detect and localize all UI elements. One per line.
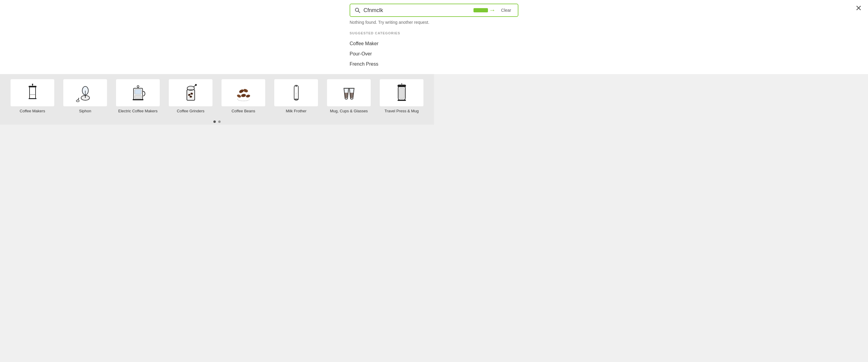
siphon-icon [75, 82, 96, 103]
category-card-coffee-grinders[interactable]: Coffee Grinders [164, 79, 217, 114]
beans-icon [233, 82, 254, 103]
category-card-coffee-beans[interactable]: Coffee Beans [217, 79, 270, 114]
search-box: → Clear [350, 4, 434, 17]
category-image-electric-coffee-makers [116, 79, 160, 106]
svg-rect-43 [295, 87, 298, 93]
category-label-siphon: Siphon [79, 109, 91, 114]
svg-rect-4 [30, 87, 36, 99]
svg-rect-21 [133, 99, 144, 100]
svg-point-27 [187, 86, 194, 90]
svg-rect-7 [32, 84, 33, 85]
category-card-mug-cups-glasses[interactable]: Mug, Cups & Glasses [322, 79, 375, 114]
pagination-dot-0[interactable] [213, 121, 216, 123]
travel-press-icon [391, 82, 412, 103]
category-card-milk-frother[interactable]: Milk Frother [270, 79, 322, 114]
pagination-dot-1[interactable] [218, 121, 221, 123]
nothing-found-message: Nothing found. Try writing another reque… [344, 17, 434, 27]
svg-rect-9 [29, 98, 36, 99]
svg-line-3 [358, 11, 360, 13]
category-image-coffee-makers [10, 79, 54, 106]
category-image-coffee-grinders [169, 79, 213, 106]
svg-point-14 [82, 87, 88, 95]
svg-point-29 [195, 84, 197, 86]
svg-point-39 [236, 94, 241, 98]
category-label-mug-cups-glasses: Mug, Cups & Glasses [330, 109, 368, 114]
svg-rect-8 [30, 94, 36, 95]
category-label-coffee-makers: Coffee Makers [20, 109, 45, 114]
svg-rect-20 [135, 96, 141, 98]
category-label-coffee-grinders: Coffee Grinders [177, 109, 205, 114]
category-image-mug-cups-glasses [327, 79, 371, 106]
svg-point-44 [296, 85, 297, 87]
svg-point-32 [190, 96, 192, 98]
categories-strip: Coffee Makers Siphon [0, 74, 434, 118]
grinder-icon [180, 82, 201, 103]
category-label-electric-coffee-makers: Electric Coffee Makers [118, 109, 158, 114]
svg-point-40 [246, 94, 250, 98]
category-label-travel-press-mug: Travel Press & Mug [384, 109, 419, 114]
category-label-coffee-beans: Coffee Beans [231, 109, 255, 114]
suggested-label: SUGGESTED CATEGORIES [350, 31, 434, 35]
search-overlay: → Clear Nothing found. Try writing anoth… [0, 0, 434, 74]
svg-rect-51 [398, 100, 406, 101]
svg-rect-25 [187, 90, 195, 100]
category-image-coffee-beans [221, 79, 265, 106]
svg-rect-5 [29, 86, 36, 87]
category-image-travel-press-mug [380, 79, 424, 106]
search-input[interactable] [364, 7, 434, 13]
category-label-milk-frother: Milk Frother [286, 109, 307, 114]
category-card-siphon[interactable]: Siphon [59, 79, 112, 114]
category-image-milk-frother [274, 79, 318, 106]
category-card-electric-coffee-makers[interactable]: Electric Coffee Makers [112, 79, 164, 114]
category-list: Coffee Maker Pour-Over French Press [350, 38, 434, 69]
pagination-dots [0, 118, 434, 125]
svg-rect-19 [135, 90, 141, 94]
svg-rect-50 [399, 88, 404, 98]
search-icon [354, 7, 361, 13]
suggested-categories-section: SUGGESTED CATEGORIES Coffee Maker Pour-O… [344, 27, 434, 74]
category-card-coffee-makers[interactable]: Coffee Makers [6, 79, 59, 114]
frother-icon [286, 82, 307, 103]
suggested-category-1[interactable]: Pour-Over [350, 49, 434, 59]
svg-rect-45 [294, 99, 299, 100]
cups-icon [338, 82, 360, 103]
suggested-category-0[interactable]: Coffee Maker [350, 38, 434, 49]
suggested-category-2[interactable]: French Press [350, 59, 434, 69]
coffee-makers-icon [22, 82, 43, 103]
category-card-travel-press-mug[interactable]: Travel Press & Mug [375, 79, 428, 114]
electric-makers-icon [127, 82, 149, 103]
category-image-siphon [63, 79, 107, 106]
svg-rect-49 [401, 83, 402, 86]
